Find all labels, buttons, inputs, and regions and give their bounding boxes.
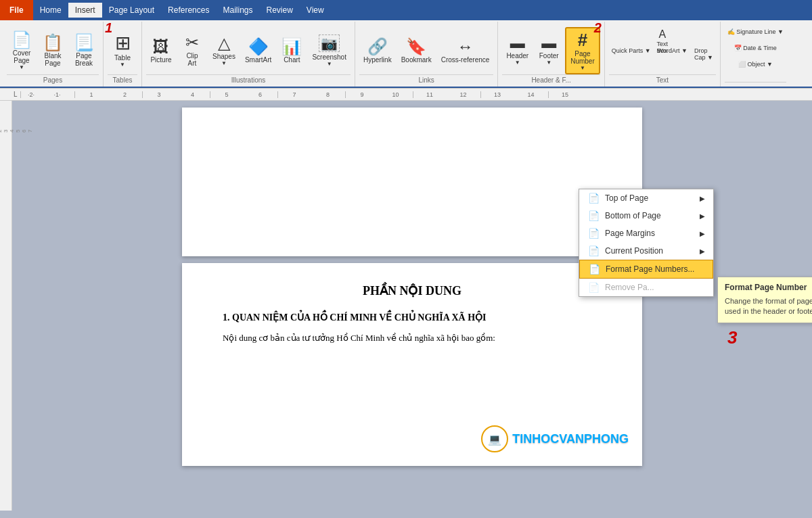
header-button[interactable]: ▬ Header ▼ bbox=[502, 27, 533, 74]
bookmark-icon: 🔖 bbox=[406, 39, 426, 55]
ribbon-group-pages: 📄 CoverPage ▼ 📋 BlankPage 📃 PageBreak Pa… bbox=[3, 22, 104, 87]
header-label: Header bbox=[506, 52, 528, 60]
wordart-button[interactable]: WordArt ▼ bbox=[655, 47, 690, 62]
step3-badge: 3 bbox=[727, 327, 737, 348]
pages-group-label: Pages bbox=[7, 74, 99, 84]
text-group-label: Text bbox=[609, 74, 716, 84]
hyperlink-label: Hyperlink bbox=[363, 56, 392, 64]
page-break-button[interactable]: 📃 PageBreak bbox=[69, 27, 99, 74]
chart-label: Chart bbox=[284, 56, 300, 64]
bottom-of-page-item[interactable]: 📄 Bottom of Page ▶ bbox=[579, 207, 713, 225]
menu-page-layout[interactable]: Page Layout bbox=[102, 3, 161, 18]
footer-arrow: ▼ bbox=[546, 60, 551, 66]
format-page-numbers-label: Format Page Numbers... bbox=[606, 264, 694, 274]
illustrations-buttons: 🖼 Picture ✂ ClipArt △ Shapes ▼ 🔷 SmartAr… bbox=[146, 24, 351, 74]
menu-references[interactable]: References bbox=[161, 3, 216, 18]
current-position-item[interactable]: 📄 Current Position ▶ bbox=[579, 242, 713, 260]
cross-reference-label: Cross-reference bbox=[441, 56, 490, 64]
table-arrow: ▼ bbox=[120, 62, 125, 68]
dropdown-overlay: 📄 Top of Page ▶ 📄 Bottom of Page ▶ 📄 Pag… bbox=[579, 189, 714, 297]
signature-label: ✍ Signature Line ▼ bbox=[727, 28, 784, 35]
remove-page-numbers-label: Remove Pa... bbox=[605, 283, 654, 292]
page-number-label: PageNumber bbox=[570, 50, 595, 65]
date-time-label: 📅 Date & Time bbox=[734, 45, 777, 51]
text-box-button[interactable]: A TextBox bbox=[653, 27, 673, 46]
page-1 bbox=[182, 108, 642, 256]
remove-page-numbers-item[interactable]: 📄 Remove Pa... bbox=[579, 279, 713, 296]
quick-parts-button[interactable]: Quick Parts ▼ bbox=[609, 47, 654, 62]
shapes-button[interactable]: △ Shapes ▼ bbox=[208, 27, 240, 74]
current-position-icon: 📄 bbox=[587, 245, 600, 256]
menu-mailings[interactable]: Mailings bbox=[216, 3, 259, 18]
footer-button[interactable]: ▬ Footer ▼ bbox=[534, 27, 564, 74]
tooltip-title: Format Page Number bbox=[725, 283, 812, 292]
smartart-button[interactable]: 🔷 SmartArt bbox=[241, 27, 275, 74]
shapes-arrow: ▼ bbox=[221, 60, 227, 66]
text-buttons: A TextBox Quick Parts ▼ WordArt ▼ DropCa… bbox=[609, 24, 716, 74]
screenshot-button[interactable]: 📷 Screenshot ▼ bbox=[308, 27, 351, 74]
cross-reference-button[interactable]: ↔ Cross-reference bbox=[437, 27, 494, 74]
table-icon: ⊞ bbox=[115, 34, 131, 53]
menu-insert[interactable]: Insert bbox=[68, 3, 102, 18]
cover-page-label: CoverPage bbox=[13, 49, 31, 64]
cross-reference-icon: ↔ bbox=[457, 39, 474, 55]
shapes-icon: △ bbox=[218, 35, 230, 51]
page-number-dropdown: 📄 Top of Page ▶ 📄 Bottom of Page ▶ 📄 Pag… bbox=[579, 189, 714, 297]
ribbon-group-symbols: ✍ Signature Line ▼ 📅 Date & Time ⬜ Objec… bbox=[721, 22, 790, 87]
smartart-icon: 🔷 bbox=[248, 39, 269, 55]
menu-home[interactable]: Home bbox=[33, 3, 68, 18]
signature-line-button[interactable]: ✍ Signature Line ▼ bbox=[725, 27, 786, 42]
bookmark-button[interactable]: 🔖 Bookmark bbox=[397, 27, 436, 74]
cover-page-button[interactable]: 📄 CoverPage ▼ bbox=[7, 27, 37, 74]
picture-icon: 🖼 bbox=[153, 39, 169, 55]
menu-view[interactable]: View bbox=[300, 3, 331, 18]
ribbon: 📄 CoverPage ▼ 📋 BlankPage 📃 PageBreak Pa… bbox=[0, 20, 812, 89]
header-footer-group-label: Header & F... bbox=[502, 74, 600, 84]
object-button[interactable]: ⬜ Object ▼ bbox=[736, 60, 775, 74]
ribbon-group-illustrations: 🖼 Picture ✂ ClipArt △ Shapes ▼ 🔷 SmartAr… bbox=[142, 22, 355, 87]
clip-art-button[interactable]: ✂ ClipArt bbox=[177, 27, 207, 74]
chart-button[interactable]: 📊 Chart bbox=[277, 27, 307, 74]
screenshot-label: Screenshot bbox=[312, 53, 346, 61]
page-margins-icon: 📄 bbox=[587, 228, 600, 239]
file-menu[interactable]: File bbox=[0, 0, 33, 20]
header-arrow: ▼ bbox=[515, 60, 520, 66]
screenshot-arrow: ▼ bbox=[327, 61, 332, 67]
pages-buttons: 📄 CoverPage ▼ 📋 BlankPage 📃 PageBreak bbox=[7, 24, 99, 74]
illustrations-group-label: Illustrations bbox=[146, 74, 351, 84]
tooltip: Format Page Number Change the format of … bbox=[717, 277, 812, 323]
drop-cap-label: DropCap ▼ bbox=[694, 47, 713, 61]
links-buttons: 🔗 Hyperlink 🔖 Bookmark ↔ Cross-reference bbox=[359, 24, 493, 74]
blank-page-button[interactable]: 📋 BlankPage bbox=[38, 27, 68, 74]
tooltip-body: Change the format of page numbering used… bbox=[725, 296, 812, 317]
watermark: 💻 TINHOCVANPHONG bbox=[481, 425, 629, 452]
page-heading: 1. QUAN NIỆM CỦA HỒ CHÍ MINH VỀ CHỦ NGHĨ… bbox=[223, 312, 602, 323]
bottom-of-page-arrow: ▶ bbox=[700, 212, 705, 220]
top-of-page-icon: 📄 bbox=[587, 193, 600, 204]
cover-page-icon: 📄 bbox=[12, 32, 32, 48]
clip-art-icon: ✂ bbox=[185, 34, 199, 51]
page-body: Nội dung cơ bản của tư tưởng Hồ Chí Minh… bbox=[223, 331, 602, 346]
ruler: L ·2· ·1· 1 2 3 4 5 6 7 8 9 10 11 12 13 … bbox=[0, 89, 812, 101]
page-margins-label: Page Margins bbox=[605, 229, 655, 238]
format-page-numbers-item[interactable]: 📄 Format Page Numbers... bbox=[579, 260, 713, 279]
date-time-button[interactable]: 📅 Date & Time bbox=[731, 43, 780, 58]
ribbon-group-header-footer: ▬ Header ▼ ▬ Footer ▼ # PageNumber ▼ Hea… bbox=[498, 22, 604, 87]
menu-review[interactable]: Review bbox=[259, 3, 299, 18]
top-of-page-arrow: ▶ bbox=[700, 195, 705, 202]
doc-area: ·2· ·1· 1 2 3 4 5 6 7 PHẦN NỘI DUNG 1. Q… bbox=[0, 101, 812, 511]
pages-area: PHẦN NỘI DUNG 1. QUAN NIỆM CỦA HỒ CHÍ MI… bbox=[12, 101, 812, 511]
current-position-label: Current Position bbox=[605, 246, 663, 256]
left-ruler: ·2· ·1· 1 2 3 4 5 6 7 bbox=[0, 101, 12, 511]
footer-icon: ▬ bbox=[541, 36, 556, 51]
page-margins-item[interactable]: 📄 Page Margins ▶ bbox=[579, 225, 713, 242]
picture-button[interactable]: 🖼 Picture bbox=[146, 27, 176, 74]
hyperlink-button[interactable]: 🔗 Hyperlink bbox=[359, 27, 396, 74]
top-of-page-item[interactable]: 📄 Top of Page ▶ bbox=[579, 189, 713, 207]
page-title: PHẦN NỘI DUNG bbox=[223, 283, 602, 298]
page-number-icon: # bbox=[578, 31, 587, 49]
ribbon-group-text: A TextBox Quick Parts ▼ WordArt ▼ DropCa… bbox=[605, 22, 721, 87]
drop-cap-button[interactable]: DropCap ▼ bbox=[692, 47, 716, 62]
step2-badge: 2 bbox=[594, 20, 602, 36]
clip-art-label: ClipArt bbox=[186, 52, 198, 67]
